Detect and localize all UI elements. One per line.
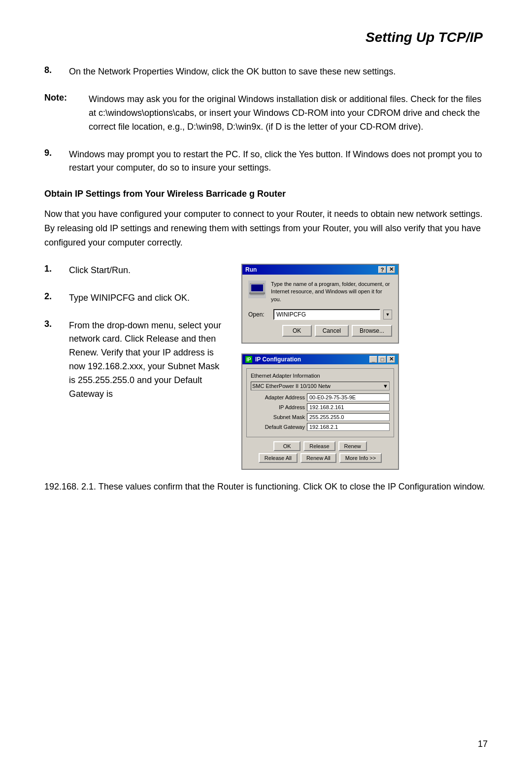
item-3-text-upper: From the drop-down menu, select your net… bbox=[69, 319, 227, 401]
run-icon bbox=[248, 281, 266, 298]
run-ok-button[interactable]: OK bbox=[282, 325, 312, 337]
ip-renew-button[interactable]: Renew bbox=[338, 441, 367, 451]
item-9: 9. Windows may prompt you to restart the… bbox=[44, 148, 488, 176]
svg-text:IP: IP bbox=[246, 357, 251, 362]
right-screenshots: Run ? ✕ bbox=[241, 264, 488, 470]
ip-adapter-address-label: Adapter Address bbox=[251, 394, 305, 400]
run-dialog-top: Type the name of a program, folder, docu… bbox=[248, 281, 392, 303]
ip-renew-all-button[interactable]: Renew All bbox=[300, 453, 336, 463]
item-2-text: Type WINIPCFG and click OK. bbox=[69, 291, 227, 305]
item-8-text: On the Network Properties Window, click … bbox=[69, 65, 488, 79]
two-column-area: 1. Click Start/Run. 2. Type WINIPCFG and… bbox=[44, 264, 488, 470]
ip-gateway-label: Default Gateway bbox=[251, 424, 305, 430]
svg-rect-1 bbox=[251, 284, 263, 291]
ip-address-value: 192.168.2.161 bbox=[307, 403, 390, 411]
item-9-number: 9. bbox=[44, 148, 69, 176]
ip-titlebar-buttons: _ □ ✕ bbox=[369, 356, 395, 363]
run-input-row: Open: WINIPCFG ▼ bbox=[248, 309, 392, 320]
ip-adapter-address-value: 00-E0-29-75-35-9E bbox=[307, 393, 390, 401]
note-item: Note: Windows may ask you for the origin… bbox=[44, 93, 488, 134]
item-1: 1. Click Start/Run. bbox=[44, 264, 227, 278]
ip-subnet-value: 255.255.255.0 bbox=[307, 413, 390, 421]
run-dialog-title: Run bbox=[245, 266, 257, 273]
ip-adapter-select[interactable]: SMC EtherPower II 10/100 Netw ▼ bbox=[251, 382, 390, 390]
item-3-number: 3. bbox=[44, 319, 69, 401]
ip-titlebar: IP IP Configuration _ □ ✕ bbox=[242, 354, 398, 364]
page: Setting Up TCP/IP 8. On the Network Prop… bbox=[0, 0, 532, 774]
ip-more-info-button[interactable]: More Info >> bbox=[339, 453, 382, 463]
item-2: 2. Type WINIPCFG and click OK. bbox=[44, 291, 227, 305]
ip-subnet-label: Subnet Mask bbox=[251, 414, 305, 420]
note-label: Note: bbox=[44, 93, 89, 134]
item-9-text: Windows may prompt you to restart the PC… bbox=[69, 148, 488, 176]
ip-release-button[interactable]: Release bbox=[303, 441, 335, 451]
ip-address-label: IP Address bbox=[251, 404, 305, 410]
run-dropdown-arrow[interactable]: ▼ bbox=[383, 310, 392, 319]
item-1-text: Click Start/Run. bbox=[69, 264, 227, 278]
ip-configuration-dialog: IP IP Configuration _ □ ✕ Ethernet Adapt… bbox=[241, 353, 399, 470]
run-titlebar-buttons: ? ✕ bbox=[378, 266, 395, 273]
run-dialog-body: Type the name of a program, folder, docu… bbox=[242, 275, 398, 343]
run-button-row: OK Cancel Browse... bbox=[248, 325, 392, 337]
ip-dialog-title: IP Configuration bbox=[255, 356, 301, 363]
run-description: Type the name of a program, folder, docu… bbox=[271, 281, 392, 303]
page-number: 17 bbox=[478, 739, 488, 749]
ip-close-button[interactable]: ✕ bbox=[387, 356, 395, 363]
ip-group-box: Ethernet Adapter Information SMC EtherPo… bbox=[246, 368, 394, 437]
run-cancel-button[interactable]: Cancel bbox=[315, 325, 349, 337]
ip-gateway-row: Default Gateway 192.168.2.1 bbox=[251, 423, 390, 431]
run-browse-button[interactable]: Browse... bbox=[352, 325, 392, 337]
page-title: Setting Up TCP/IP bbox=[44, 30, 488, 45]
item-8-number: 8. bbox=[44, 65, 69, 79]
ip-adapter-address-row: Adapter Address 00-E0-29-75-35-9E bbox=[251, 393, 390, 401]
ip-icon: IP bbox=[245, 356, 252, 363]
ip-maximize-button[interactable]: □ bbox=[378, 356, 386, 363]
item-1-number: 1. bbox=[44, 264, 69, 278]
ip-group-label: Ethernet Adapter Information bbox=[251, 373, 390, 379]
ip-ok-button[interactable]: OK bbox=[273, 441, 300, 451]
run-dialog: Run ? ✕ bbox=[241, 264, 399, 344]
section-paragraph: Now that you have configured your comput… bbox=[44, 207, 488, 249]
ip-titlebar-left: IP IP Configuration bbox=[245, 356, 301, 363]
ip-address-row: IP Address 192.168.2.161 bbox=[251, 403, 390, 411]
ip-release-all-button[interactable]: Release All bbox=[259, 453, 298, 463]
run-open-input[interactable]: WINIPCFG bbox=[273, 309, 380, 320]
item-3-text-lower: 192.168. 2.1. These values confirm that … bbox=[44, 480, 488, 494]
note-text: Windows may ask you for the original Win… bbox=[89, 93, 488, 134]
svg-rect-2 bbox=[249, 292, 265, 294]
run-help-button[interactable]: ? bbox=[378, 266, 386, 273]
item-3: 3. From the drop-down menu, select your … bbox=[44, 319, 227, 401]
item-2-number: 2. bbox=[44, 291, 69, 305]
ip-gateway-value: 192.168.2.1 bbox=[307, 423, 390, 431]
section-heading: Obtain IP Settings from Your Wireless Ba… bbox=[44, 189, 488, 199]
run-dialog-titlebar: Run ? ✕ bbox=[242, 265, 398, 275]
ip-minimize-button[interactable]: _ bbox=[369, 356, 377, 363]
ip-btn-row-1: OK Release Renew bbox=[246, 441, 394, 451]
run-close-button[interactable]: ✕ bbox=[387, 266, 395, 273]
run-open-label: Open: bbox=[248, 311, 270, 318]
ip-subnet-row: Subnet Mask 255.255.255.0 bbox=[251, 413, 390, 421]
item-8: 8. On the Network Properties Window, cli… bbox=[44, 65, 488, 79]
ip-adapter-arrow[interactable]: ▼ bbox=[383, 383, 388, 389]
ip-adapter-value: SMC EtherPower II 10/100 Netw bbox=[252, 383, 331, 389]
left-steps: 1. Click Start/Run. 2. Type WINIPCFG and… bbox=[44, 264, 227, 415]
ip-dialog-body: Ethernet Adapter Information SMC EtherPo… bbox=[242, 364, 398, 469]
svg-rect-3 bbox=[250, 294, 264, 295]
ip-btn-row-2: Release All Renew All More Info >> bbox=[246, 453, 394, 463]
